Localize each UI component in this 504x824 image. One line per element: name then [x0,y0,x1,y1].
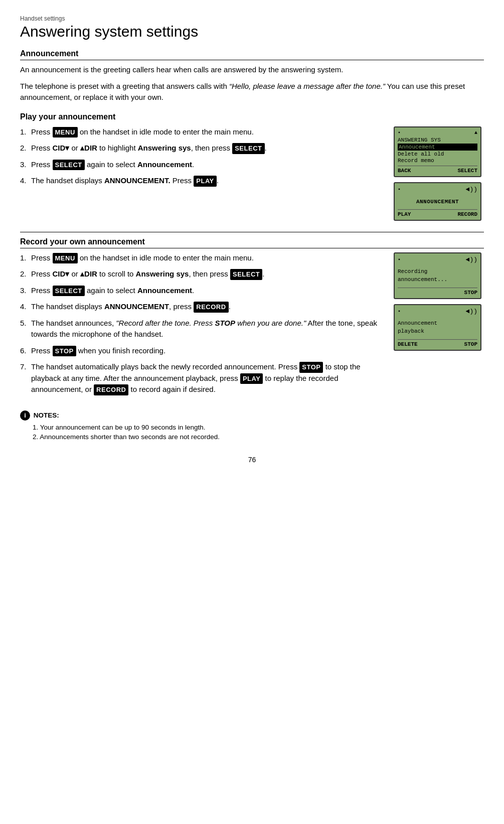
play-key-1: PLAY [194,176,216,187]
r-announcement-disp: ANNOUNCEMENT [104,302,169,311]
lcd-speaker-icon-3: ◄)) [466,308,477,315]
lcd-screen-announcement: ▪ ◄)) ANNOUNCEMENT PLAY RECORD [394,182,481,221]
lcd-line-announcement: Annoucement [398,144,477,151]
r-cid-key: CID▾ [53,269,70,278]
lcd-play-btn: PLAY [398,211,411,217]
lcd-line-record-memo: Record memo [398,158,477,164]
r-step-num-7: 7. [20,361,31,373]
record-section-header: Record your own announcement [20,237,484,248]
record-step-3: 3. Press SELECT again to select Announce… [20,285,384,297]
step-num-4: 4. [20,175,31,187]
lcd-bottom-bar-2: PLAY RECORD [398,209,477,217]
cid-key: CID▾ [53,144,70,152]
dir-key: ▴DIR [80,144,97,152]
notes-header: i NOTES: [20,410,484,421]
r-stop-key-1: STOP [53,346,76,357]
answering-sys-bold-1: Answering sys [138,144,191,152]
r-step-content-4: The handset displays ANNOUNCEMENT, press… [31,301,384,313]
r-answering-sys: Answering sys [136,269,189,278]
lcd-playback-text: Announcementplayback [398,317,477,337]
lcd-signal-icon: ▪ [398,130,401,135]
r-step-content-2: Press CID▾ or ▴DIR to scroll to Answerin… [31,268,384,280]
lcd-speaker-icon-2: ◄)) [466,256,477,263]
record-step-6: 6. Press STOP when you finish recording. [20,345,384,357]
select-key-2: SELECT [53,160,85,171]
r-stop-bold: STOP [215,319,235,327]
record-screens: ▪ ◄)) Recordingannouncement... STOP ▪ ◄)… [394,252,484,351]
section-divider [20,232,484,232]
lcd-speaker-icon-1: ◄)) [466,186,477,193]
step-content-4: The handset displays ANNOUNCEMENT. Press… [31,175,384,187]
record-step-5: 5. The handset announces, "Record after … [20,318,384,340]
record-step-4: 4. The handset displays ANNOUNCEMENT, pr… [20,301,384,313]
record-steps-text: 1. Press MENU on the handset in idle mod… [20,252,384,400]
lcd-line-answering: ANSWERING SYS [398,137,477,143]
r-step-num-4: 4. [20,301,31,313]
lcd-signal-3: ▪ [398,257,401,262]
notes-section: i NOTES: Your announcement can be up to … [20,410,484,441]
page-title: Answering system settings [20,23,484,40]
play-subsection-header: Play your announcement [20,112,484,121]
lcd-screen-playback: ▪ ◄)) Announcementplayback DELETE STOP [394,304,481,351]
note-item-1: Your announcement can be up to 90 second… [33,424,484,431]
step-num-3: 3. [20,159,31,171]
announcement-bold-2: ANNOUNCEMENT. [104,176,171,185]
step-num-2: 2. [20,143,31,154]
notes-icon: i [20,410,30,421]
play-step-3: 3. Press SELECT again to select Announce… [20,159,384,171]
page-number: 76 [20,456,484,464]
r-dir-key: ▴DIR [80,269,97,278]
intro-para-1: An announcement is the greeting callers … [20,64,484,76]
record-step-7: 7. The handset automatically plays back … [20,361,384,395]
lcd-bottom-bar-3: STOP [398,288,477,296]
notes-label: NOTES: [34,411,59,419]
r-select-key-1: SELECT [230,269,262,280]
r-step-num-5: 5. [20,318,31,329]
lcd-stop-btn-1: STOP [464,290,477,296]
step-num-1: 1. [20,126,31,138]
step-content-3: Press SELECT again to select Announcemen… [31,159,384,171]
record-step-2: 2. Press CID▾ or ▴DIR to scroll to Answe… [20,268,384,280]
play-step-2: 2. Press CID▾ or ▴DIR to highlight Answe… [20,143,384,154]
r-step-num-3: 3. [20,285,31,297]
lcd-bottom-bar-4: DELETE STOP [398,339,477,347]
step-content-1: Press MENU on the handset in idle mode t… [31,126,384,138]
r-step5-italic: "Record after the tone. Press STOP when … [116,319,306,327]
note-item-2: Announcements shorter than two seconds a… [33,433,484,441]
notes-list: Your announcement can be up to 90 second… [33,424,484,441]
r-stop-key-2: STOP [299,362,323,373]
r-step-num-2: 2. [20,268,31,280]
r-play-key: PLAY [240,373,263,384]
lcd-screen-menu: ▪ ▲ ANSWERING SYS Annoucement Delete all… [394,126,481,177]
lcd-record-btn: RECORD [457,211,477,217]
lcd-bottom-bar-1: BACK SELECT [398,166,477,174]
lcd-announcement-title: ANNOUNCEMENT [398,195,477,207]
select-key-1: SELECT [232,143,264,154]
r-menu-key: MENU [53,253,78,264]
r-step-num-1: 1. [20,252,31,264]
announcement-bold-1: Announcement [137,160,192,169]
lcd-select-btn: SELECT [457,168,477,174]
play-step-1: 1. Press MENU on the handset in idle mod… [20,126,384,138]
r-step-num-6: 6. [20,345,31,357]
r-step-content-6: Press STOP when you finish recording. [31,345,384,357]
r-step-content-7: The handset automatically plays back the… [31,361,384,395]
r-step-content-5: The handset announces, "Record after the… [31,318,384,340]
lcd-line-delete: Delete all old [398,151,477,157]
record-steps-area: 1. Press MENU on the handset in idle mod… [20,252,484,400]
lcd-delete-btn: DELETE [398,341,418,347]
lcd-recording-text: Recordingannouncement... [398,265,477,286]
lcd-screen-recording: ▪ ◄)) Recordingannouncement... STOP [394,252,481,299]
r-select-key-2: SELECT [53,286,85,297]
r-step-content-3: Press SELECT again to select Announcemen… [31,285,384,297]
r-record-key-2: RECORD [94,384,128,395]
lcd-signal-2: ▪ [398,187,401,192]
record-steps-list: 1. Press MENU on the handset in idle mod… [20,252,384,395]
intro2-prefix: The telephone is preset with a greeting … [20,82,229,90]
play-steps-list: 1. Press MENU on the handset in idle mod… [20,126,384,187]
play-screens: ▪ ▲ ANSWERING SYS Annoucement Delete all… [394,126,484,221]
breadcrumb: Handset settings [20,15,484,22]
intro-para-2: The telephone is preset with a greeting … [20,81,484,103]
play-steps-text: 1. Press MENU on the handset in idle mod… [20,126,384,192]
play-step-4: 4. The handset displays ANNOUNCEMENT. Pr… [20,175,384,187]
